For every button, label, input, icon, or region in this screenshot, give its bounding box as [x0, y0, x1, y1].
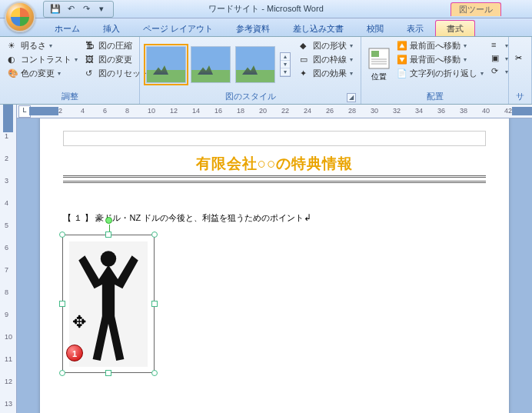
send-back-icon: 🔽	[397, 55, 407, 65]
gallery-scroll: ▴▾▾	[280, 52, 291, 77]
qat-more-icon[interactable]: ▾	[95, 2, 108, 16]
resize-handle-t[interactable]	[105, 231, 111, 238]
resize-handle-tl[interactable]	[59, 231, 65, 238]
contrast-label: コントラスト	[21, 54, 71, 65]
bring-front-label: 最前面へ移動	[410, 40, 461, 52]
pic-effects-button[interactable]: ✦図の効果▾	[297, 67, 356, 80]
group-arrange-label: 配置	[366, 90, 504, 104]
tab-mailings[interactable]: 差し込み文書	[281, 20, 355, 36]
styles-dialog-launcher[interactable]: ◢	[347, 93, 356, 102]
resize-handle-r[interactable]	[151, 301, 158, 307]
save-icon[interactable]: 💾	[48, 2, 62, 16]
resize-handle-tr[interactable]	[151, 231, 158, 238]
vertical-ruler[interactable]: 12345678910111213	[0, 105, 17, 413]
pic-shape-button[interactable]: ◆図の形状▾	[297, 39, 356, 52]
horizontal-ruler[interactable]: L 24681012141618202224262830323436384042	[17, 105, 532, 118]
pic-effects-icon: ✦	[300, 68, 311, 79]
editor-area: 12345678910111213 L 24681012141618202224…	[0, 105, 532, 413]
pic-shape-label: 図の形状	[313, 40, 347, 52]
svg-rect-1	[371, 51, 379, 57]
pic-border-button[interactable]: ▭図の枠線▾	[297, 53, 356, 66]
tab-insert[interactable]: 挿入	[91, 20, 131, 36]
svg-point-6	[101, 251, 116, 266]
bring-front-button[interactable]: 🔼最前面へ移動▾	[394, 39, 487, 52]
change-pic-icon: 🖼	[85, 55, 96, 65]
group-arrange: 位置 🔼最前面へ移動▾ 🔽最背面へ移動▾ 📄文字列の折り返し▾ ≡▾ ▣▾ ⟳▾…	[361, 37, 509, 104]
resize-handle-b[interactable]	[105, 370, 111, 376]
tab-page-layout[interactable]: ページ レイアウト	[131, 20, 224, 36]
text-wrap-icon: 📄	[397, 68, 407, 79]
recolor-button[interactable]: 🎨色の変更▾	[5, 67, 81, 80]
tab-review[interactable]: 校閲	[355, 20, 395, 36]
crop-icon: ✂	[515, 53, 532, 76]
tab-view[interactable]: 表示	[395, 20, 435, 36]
style-thumb-2[interactable]	[191, 46, 231, 83]
page: 有限会社○○の特典情報 【 １ 】 豪ドル・NZ ドルの今後と、利益を狙うための…	[40, 118, 509, 413]
contextual-tab-label: 図ツール	[451, 2, 501, 16]
align-button[interactable]: ≡▾	[488, 39, 511, 52]
position-label: 位置	[371, 72, 387, 82]
pic-effects-label: 図の効果	[313, 68, 347, 79]
group-adjust-label: 調整	[5, 90, 135, 104]
bring-front-icon: 🔼	[397, 41, 407, 52]
double-rule	[63, 175, 486, 183]
recolor-icon: 🎨	[8, 68, 18, 79]
group-shapes-button[interactable]: ▣▾	[488, 52, 511, 65]
selected-image[interactable]: ✥ 1	[62, 235, 155, 373]
reset-pic-icon: ↺	[85, 68, 96, 79]
gallery-more-icon[interactable]: ▾	[281, 68, 290, 76]
compress-label: 図の圧縮	[98, 40, 132, 52]
annotation-callout: 1	[66, 345, 83, 361]
rotate-icon: ⟳	[491, 66, 502, 77]
gallery-up-icon[interactable]: ▴	[281, 53, 290, 61]
group-icon: ▣	[491, 53, 502, 64]
gallery-down-icon[interactable]: ▾	[281, 61, 290, 68]
ribbon: ☀明るさ▾ ◐コントラスト▾ 🎨色の変更▾ 🗜図の圧縮 🖼図の変更 ↺図のリセッ…	[0, 37, 532, 105]
doc-tagline: 【 １ 】 豪ドル・NZ ドルの今後と、利益を狙うためのポイント↲	[63, 212, 486, 224]
tab-format[interactable]: 書式	[435, 20, 475, 36]
document-viewport[interactable]: 有限会社○○の特典情報 【 １ 】 豪ドル・NZ ドルの今後と、利益を狙うための…	[17, 118, 532, 413]
position-button[interactable]: 位置	[366, 39, 392, 90]
contrast-icon: ◐	[8, 55, 18, 65]
resize-handle-br[interactable]	[151, 370, 158, 376]
group-adjust: ☀明るさ▾ ◐コントラスト▾ 🎨色の変更▾ 🗜図の圧縮 🖼図の変更 ↺図のリセッ…	[0, 37, 140, 104]
send-back-label: 最背面へ移動	[410, 54, 461, 65]
style-gallery: ▴▾▾	[145, 39, 292, 90]
position-icon	[367, 47, 391, 70]
compress-icon: 🗜	[85, 41, 96, 52]
tagline-num: 【 １ 】	[63, 213, 93, 222]
text-wrap-button[interactable]: 📄文字列の折り返し▾	[394, 67, 487, 80]
brightness-button[interactable]: ☀明るさ▾	[5, 39, 81, 52]
group-size: ✂ サ	[509, 37, 532, 104]
pic-border-icon: ▭	[300, 55, 311, 65]
resize-handle-bl[interactable]	[59, 370, 65, 376]
quick-access-toolbar: 💾 ↶ ↷ ▾	[43, 1, 114, 18]
doc-heading: 有限会社○○の特典情報	[63, 154, 486, 174]
rotate-button[interactable]: ⟳▾	[488, 65, 511, 78]
contrast-button[interactable]: ◐コントラスト▾	[5, 53, 81, 66]
style-thumb-3[interactable]	[235, 46, 275, 83]
pic-shape-icon: ◆	[300, 41, 311, 52]
brightness-label: 明るさ	[21, 40, 46, 52]
style-thumb-1[interactable]	[146, 46, 186, 83]
pic-border-label: 図の枠線	[313, 54, 347, 65]
ribbon-tab-bar: ホーム 挿入 ページ レイアウト 参考資料 差し込み文書 校閲 表示 書式	[0, 18, 532, 37]
redo-icon[interactable]: ↷	[79, 2, 93, 16]
tab-references[interactable]: 参考資料	[224, 20, 281, 36]
group-styles-label: 図のスタイル◢	[145, 90, 356, 104]
group-picture-styles: ▴▾▾ ◆図の形状▾ ▭図の枠線▾ ✦図の効果▾ 図のスタイル◢	[140, 37, 361, 104]
office-button[interactable]	[5, 2, 35, 32]
send-back-button[interactable]: 🔽最背面へ移動▾	[394, 53, 487, 66]
crop-button[interactable]: ✂	[514, 39, 532, 90]
brightness-icon: ☀	[8, 41, 18, 52]
window-title: ワードサイト - Microsoft Word	[208, 3, 324, 15]
change-pic-label: 図の変更	[98, 54, 132, 65]
header-box	[63, 131, 486, 146]
rotate-handle[interactable]	[105, 217, 112, 224]
align-icon: ≡	[491, 40, 502, 51]
tagline-text: 豪ドル・NZ ドルの今後と、利益を狙うためのポイント	[95, 213, 304, 222]
resize-handle-l[interactable]	[59, 301, 65, 307]
tab-home[interactable]: ホーム	[43, 20, 91, 36]
text-wrap-label: 文字列の折り返し	[410, 68, 477, 79]
undo-icon[interactable]: ↶	[64, 2, 78, 16]
